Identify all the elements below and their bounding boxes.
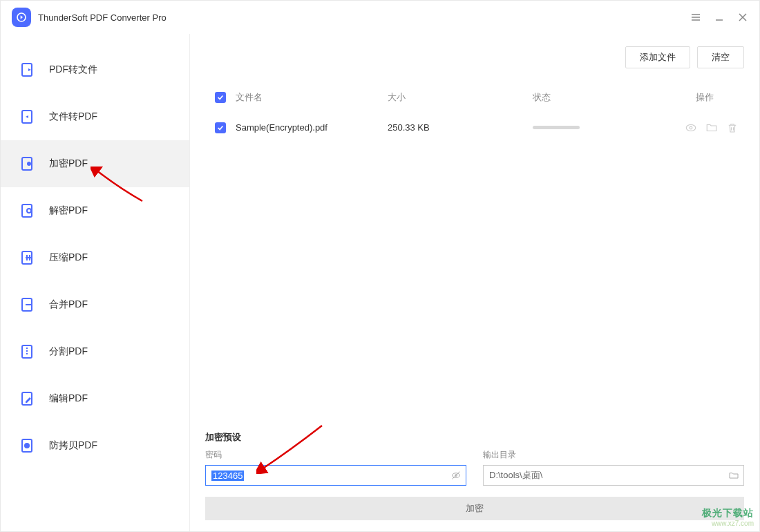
titlebar: ThunderSoft PDF Converter Pro bbox=[1, 1, 759, 34]
header-checkbox-col bbox=[205, 92, 236, 103]
output-input[interactable]: D:\tools\桌面\ bbox=[483, 465, 744, 486]
row-size: 250.33 KB bbox=[388, 122, 533, 133]
sidebar-item-label: 编辑PDF bbox=[49, 392, 88, 405]
edit-icon bbox=[20, 390, 37, 407]
file-table: 文件名 大小 状态 操作 Sample(Encrypted).pdf 250.3… bbox=[190, 68, 759, 143]
password-input[interactable]: 123465 bbox=[205, 465, 466, 486]
svg-point-12 bbox=[24, 443, 30, 448]
file-left-icon bbox=[20, 108, 37, 125]
eye-off-icon[interactable] bbox=[450, 470, 462, 481]
output-value: D:\tools\桌面\ bbox=[489, 469, 542, 482]
window-controls bbox=[690, 12, 748, 23]
header-action: 操作 bbox=[671, 91, 744, 104]
unlock-icon bbox=[20, 202, 37, 219]
sidebar-item-anticopy-pdf[interactable]: 防拷贝PDF bbox=[1, 422, 189, 469]
clear-button[interactable]: 清空 bbox=[697, 46, 744, 68]
compress-icon bbox=[20, 249, 37, 266]
toolbar: 添加文件 清空 bbox=[190, 34, 759, 68]
browse-folder-icon[interactable] bbox=[728, 470, 739, 481]
sidebar-item-label: 压缩PDF bbox=[49, 251, 88, 264]
lock-icon bbox=[20, 155, 37, 172]
sidebar-item-label: 文件转PDF bbox=[49, 111, 97, 123]
svg-point-4 bbox=[27, 162, 31, 166]
svg-point-14 bbox=[690, 126, 692, 129]
encrypt-button[interactable]: 加密 bbox=[205, 497, 744, 520]
sidebar-item-encrypt-pdf[interactable]: 加密PDF bbox=[1, 140, 189, 187]
password-label: 密码 bbox=[205, 449, 466, 461]
sidebar-item-compress-pdf[interactable]: 压缩PDF bbox=[1, 234, 189, 281]
svg-point-6 bbox=[27, 209, 31, 213]
table-row: Sample(Encrypted).pdf 250.33 KB bbox=[205, 113, 744, 143]
header-status: 状态 bbox=[533, 91, 671, 104]
menu-icon[interactable] bbox=[690, 12, 701, 23]
sidebar-item-label: 合并PDF bbox=[49, 298, 88, 311]
close-icon[interactable] bbox=[737, 12, 748, 23]
settings-title: 加密预设 bbox=[205, 431, 744, 444]
content: 添加文件 清空 文件名 大小 状态 操作 Sample(Encrypted).p… bbox=[190, 34, 759, 531]
password-value: 123465 bbox=[211, 471, 244, 481]
password-field: 密码 123465 bbox=[205, 449, 466, 486]
sidebar: PDF转文件 文件转PDF 加密PDF 解密PDF 压缩PDF 合并PDF 分割… bbox=[1, 34, 190, 531]
sidebar-item-label: PDF转文件 bbox=[49, 64, 97, 76]
minimize-icon[interactable] bbox=[714, 12, 725, 23]
sidebar-item-file-to-pdf[interactable]: 文件转PDF bbox=[1, 93, 189, 140]
merge-icon bbox=[20, 296, 37, 313]
sidebar-item-split-pdf[interactable]: 分割PDF bbox=[1, 328, 189, 375]
delete-icon[interactable] bbox=[726, 122, 739, 134]
preview-icon[interactable] bbox=[685, 122, 697, 134]
sidebar-item-label: 加密PDF bbox=[49, 158, 88, 170]
table-header: 文件名 大小 状态 操作 bbox=[205, 82, 744, 113]
settings-panel: 加密预设 密码 123465 输出目录 D:\tools\桌面\ bbox=[190, 431, 759, 520]
row-status bbox=[533, 126, 671, 129]
sidebar-item-label: 防拷贝PDF bbox=[49, 439, 97, 452]
sidebar-item-decrypt-pdf[interactable]: 解密PDF bbox=[1, 187, 189, 234]
shield-icon bbox=[20, 437, 37, 454]
sidebar-item-label: 解密PDF bbox=[49, 205, 88, 217]
app-title: ThunderSoft PDF Converter Pro bbox=[38, 12, 167, 23]
sidebar-item-merge-pdf[interactable]: 合并PDF bbox=[1, 281, 189, 328]
file-right-icon bbox=[20, 61, 37, 78]
titlebar-left: ThunderSoft PDF Converter Pro bbox=[12, 8, 167, 27]
header-size: 大小 bbox=[388, 91, 533, 104]
add-file-button[interactable]: 添加文件 bbox=[625, 46, 690, 68]
sidebar-item-label: 分割PDF bbox=[49, 345, 88, 358]
row-checkbox[interactable] bbox=[215, 122, 226, 133]
split-icon bbox=[20, 343, 37, 360]
svg-point-13 bbox=[686, 124, 696, 131]
header-filename: 文件名 bbox=[236, 91, 388, 104]
sidebar-item-pdf-to-file[interactable]: PDF转文件 bbox=[1, 46, 189, 93]
select-all-checkbox[interactable] bbox=[215, 92, 226, 103]
app-logo bbox=[12, 8, 31, 27]
progress-bar bbox=[533, 126, 580, 129]
folder-icon[interactable] bbox=[705, 122, 718, 134]
output-field: 输出目录 D:\tools\桌面\ bbox=[483, 449, 744, 486]
row-filename: Sample(Encrypted).pdf bbox=[236, 122, 388, 133]
sidebar-item-edit-pdf[interactable]: 编辑PDF bbox=[1, 375, 189, 422]
output-label: 输出目录 bbox=[483, 449, 744, 461]
encrypt-label: 加密 bbox=[466, 502, 484, 515]
